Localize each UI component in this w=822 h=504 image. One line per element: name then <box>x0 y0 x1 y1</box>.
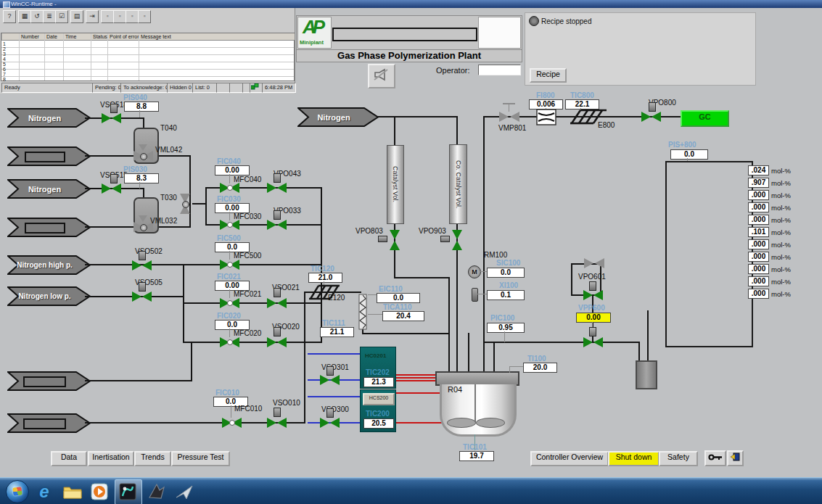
controller-overview-button[interactable]: Controller Overview <box>530 451 609 466</box>
gc-button[interactable]: GC <box>681 110 729 127</box>
safety-button[interactable]: Safety <box>659 451 698 466</box>
valve-mfc021[interactable] <box>220 298 239 308</box>
mol-value: .101 <box>748 227 769 237</box>
value-tica110[interactable]: 20.4 <box>382 311 424 321</box>
data-button[interactable]: Data <box>51 451 87 466</box>
trends-button[interactable]: Trends <box>134 451 171 466</box>
valve-vso021[interactable] <box>267 298 287 308</box>
value-tic120[interactable]: 21.0 <box>308 273 342 283</box>
operator-input[interactable] <box>478 65 521 75</box>
status-pending: Pending: 0 <box>92 83 123 93</box>
value-tic111[interactable]: 21.1 <box>320 327 354 337</box>
pipe <box>192 203 207 205</box>
archive-icon[interactable]: ≣ <box>43 10 56 23</box>
value-fic020[interactable]: 0.0 <box>215 320 250 330</box>
media-player-icon[interactable] <box>90 482 109 501</box>
message-list-icon[interactable]: ▦ <box>18 10 31 23</box>
value-tic800[interactable]: 22.1 <box>565 99 599 110</box>
export-icon[interactable]: ⇥ <box>86 10 99 23</box>
actuator-icon <box>440 236 450 242</box>
alarm-table[interactable]: Number Date Time Status Point of error M… <box>1 33 295 81</box>
valve-mfc020[interactable] <box>220 337 239 347</box>
horn-acknowledge-button[interactable] <box>368 64 395 88</box>
pressure-test-button[interactable]: Pressure Test <box>171 451 230 466</box>
valve-vml042[interactable] <box>133 151 153 161</box>
valve-vso518[interactable] <box>102 113 121 123</box>
valve-vso515[interactable] <box>102 183 121 194</box>
recipe-button[interactable]: Recipe <box>530 68 567 83</box>
explorer-folder-icon[interactable] <box>62 484 83 500</box>
valve-vpo903[interactable] <box>452 230 462 250</box>
valve-vso020[interactable] <box>267 337 287 347</box>
print-icon[interactable]: ▤ <box>70 10 83 23</box>
valve-3way-junction[interactable] <box>180 194 190 214</box>
valve-vpo601[interactable] <box>583 290 603 300</box>
valve-mfc500[interactable] <box>220 260 239 270</box>
valve-mfc040[interactable] <box>220 183 239 193</box>
value-pis800[interactable]: 0.0 <box>670 149 708 160</box>
valve-label-vpo803: VPO803 <box>355 227 383 235</box>
value-tic101[interactable]: 19.7 <box>459 451 494 461</box>
taskbar-app-icon[interactable] <box>147 482 167 501</box>
value-pis030[interactable]: 8.3 <box>124 173 159 183</box>
acknowledge-icon[interactable]: ☑ <box>55 10 68 23</box>
inertisation-button[interactable]: Inertisation <box>88 451 134 466</box>
value-tic200[interactable]: 20.5 <box>363 418 394 429</box>
valve-vpo803[interactable] <box>390 230 400 250</box>
logo-ap-text: AP <box>303 16 321 38</box>
taskbar-app-icon[interactable] <box>174 482 196 501</box>
valve-vpo033[interactable] <box>267 220 287 230</box>
value-xi100[interactable]: 0.1 <box>487 290 525 300</box>
value-sic100[interactable]: 0.0 <box>487 268 525 278</box>
heater-button-hcs200[interactable]: HCS200 <box>363 393 395 405</box>
value-fic500[interactable]: 0.0 <box>215 242 250 252</box>
valve-vpp600[interactable] <box>583 337 603 347</box>
valve-vmp801[interactable] <box>499 112 519 122</box>
valve-vso300[interactable] <box>320 418 340 428</box>
value-pis040[interactable]: 8.8 <box>124 102 159 112</box>
valve-vpo800[interactable] <box>641 112 661 122</box>
pipe-red <box>394 380 437 381</box>
window-titlebar[interactable]: WinCC-Runtime - <box>0 0 822 8</box>
wincc-runtime-screen: WinCC-Runtime - ? ▦ ↺ ≣ ☑ ▤ ⇥ ▪ ▪ ▪ ▪ Nu… <box>0 0 822 504</box>
shut-down-button[interactable]: Shut down <box>608 451 659 466</box>
valve-mfc010[interactable] <box>222 418 242 428</box>
mol-unit: mol-% <box>771 253 791 261</box>
internet-explorer-icon[interactable]: e <box>35 482 54 501</box>
value-fic021[interactable]: 0.00 <box>215 281 250 291</box>
taskbar-active-app-wincc[interactable] <box>115 479 142 504</box>
valve-vso301[interactable] <box>320 375 340 385</box>
mol-value: .000 <box>748 239 769 249</box>
value-pic100[interactable]: 0.95 <box>487 323 525 333</box>
tag-fic010: FIC010 <box>215 389 239 397</box>
heater-panel-hc0201[interactable]: HC0201 TIC202 21.3 <box>360 347 396 389</box>
value-fic030[interactable]: 0.00 <box>215 203 250 213</box>
pipe <box>483 116 485 372</box>
heater-panel-hcs200[interactable]: HCS200 TIC200 20.5 <box>360 389 396 432</box>
refresh-icon[interactable]: ↺ <box>30 10 44 23</box>
valve-vso502[interactable] <box>132 260 152 270</box>
valve-vpo043[interactable] <box>267 183 287 193</box>
mol-unit: mol-% <box>771 191 791 199</box>
valve-loop-top[interactable] <box>584 258 604 268</box>
valve-vso010[interactable] <box>267 418 287 428</box>
mol-unit: mol-% <box>771 204 791 212</box>
row-number: 1 <box>3 41 6 46</box>
value-vpp600[interactable]: 0.00 <box>576 313 611 323</box>
operator-label: Operator: <box>436 66 469 75</box>
valve-vso505[interactable] <box>132 292 152 302</box>
value-ti100[interactable]: 20.0 <box>523 363 557 373</box>
heater-label-hc0201: HC0201 <box>365 352 386 359</box>
value-fic040[interactable]: 0.00 <box>215 165 250 175</box>
help-icon[interactable]: ? <box>3 10 16 23</box>
exchanger-label-e120: E120 <box>328 294 345 302</box>
value-eic110[interactable]: 0.0 <box>377 293 420 303</box>
exit-button[interactable] <box>727 450 744 466</box>
valve-mfc030[interactable] <box>220 220 239 230</box>
value-tic202[interactable]: 21.3 <box>363 377 394 387</box>
pipe-red <box>394 377 439 379</box>
login-key-button[interactable] <box>704 450 726 466</box>
catalyst-column: Catalyst Vol. <box>387 145 404 224</box>
plant-title-bar: Gas Phase Polymerization Plant <box>296 49 522 62</box>
start-button[interactable] <box>6 480 29 503</box>
